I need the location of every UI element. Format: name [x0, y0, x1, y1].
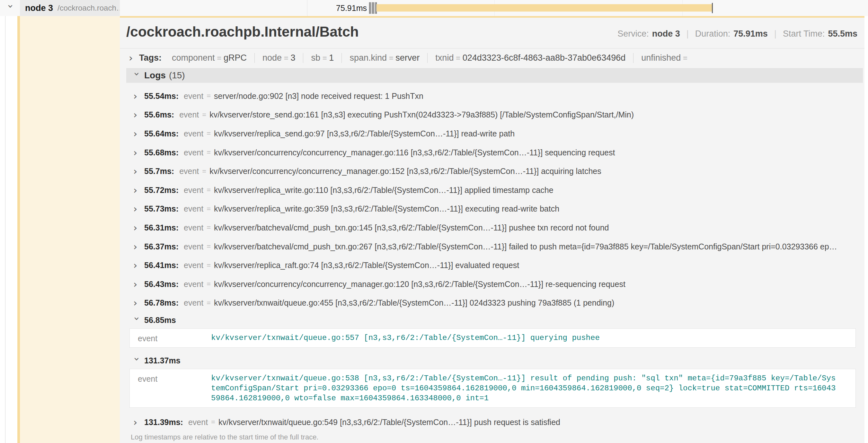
- span-name-cell[interactable]: node 3 /cockroach.roach…: [20, 0, 120, 16]
- chevron-right-icon[interactable]: ›: [133, 204, 141, 214]
- span-row[interactable]: › node 3 /cockroach.roach… 75.91ms: [0, 0, 868, 16]
- log-entry[interactable]: ›55.54ms:event=server/node.go:902 [n3] n…: [120, 87, 865, 106]
- log-timestamp: 131.37ms: [144, 356, 181, 365]
- chevron-right-icon[interactable]: ›: [133, 223, 141, 233]
- log-timestamp: 55.73ms:: [144, 204, 179, 213]
- log-field-key: event: [184, 223, 203, 232]
- log-entry[interactable]: ›55.72ms:event=kv/kvserver/replica_write…: [120, 181, 865, 200]
- log-entry[interactable]: ›55.73ms:event=kv/kvserver/replica_write…: [120, 200, 865, 218]
- log-timestamp: 55.72ms:: [144, 185, 179, 195]
- tag-txnid[interactable]: txnid = 024d3323-6c8f-4863-aa8b-37ab0e63…: [428, 53, 633, 63]
- tag-value: server: [396, 53, 420, 63]
- chevron-right-icon[interactable]: ›: [133, 129, 141, 139]
- log-entry[interactable]: ›55.6ms:event=kv/kvserver/store_send.go:…: [120, 106, 865, 125]
- log-entry[interactable]: ›56.41ms:event=kv/kvserver/replica_raft.…: [120, 256, 865, 275]
- log-field-equals: =: [207, 280, 211, 288]
- log-field-key: event: [179, 167, 199, 176]
- selected-span-highlight: [20, 16, 120, 443]
- stat-label: Duration:: [695, 29, 731, 38]
- tags-list: component = gRPCnode = 3sb = 1span.kind …: [164, 53, 695, 63]
- stat-separator: |: [686, 29, 689, 38]
- log-timestamp: 56.43ms:: [144, 280, 179, 289]
- stat-label: Start Time:: [783, 29, 825, 38]
- tag-equals: =: [215, 54, 224, 62]
- log-entry[interactable]: ›56.31ms:event=kv/kvserver/batcheval/cmd…: [120, 218, 865, 237]
- chevron-right-icon[interactable]: ›: [133, 166, 141, 176]
- log-entry[interactable]: ›55.7ms:event=kv/kvserver/concurrency/co…: [120, 162, 865, 181]
- stat-separator: |: [774, 29, 776, 38]
- stat-value: 55.5ms: [828, 29, 858, 38]
- tag-component[interactable]: component = gRPC: [164, 53, 255, 63]
- log-timestamp: 56.31ms:: [144, 223, 179, 232]
- tag-unfinished[interactable]: unfinished =: [633, 53, 695, 63]
- tag-value: 3: [290, 53, 295, 63]
- chevron-right-icon[interactable]: ›: [133, 185, 141, 195]
- chevron-right-icon[interactable]: ›: [133, 148, 141, 158]
- log-field-key: event: [184, 204, 203, 213]
- chevron-right-icon[interactable]: ›: [133, 110, 141, 120]
- span-color-bar: [17, 0, 20, 443]
- log-field-equals: =: [207, 242, 211, 251]
- chevron-down-icon[interactable]: ›: [6, 4, 16, 11]
- span-service-name: node 3: [25, 3, 53, 13]
- log-message: kv/kvserver/replica_raft.go:74 [n3,s3,r6…: [214, 261, 519, 270]
- tag-equals: =: [387, 54, 396, 62]
- tag-span.kind[interactable]: span.kind = server: [342, 53, 428, 63]
- chevron-down-icon[interactable]: ›: [132, 72, 142, 79]
- tag-key: txnid: [435, 53, 454, 63]
- chevron-right-icon[interactable]: ›: [133, 298, 141, 308]
- log-field-key: event: [184, 92, 203, 101]
- log-event-detail: eventkv/kvserver/txnwait/queue.go:557 [n…: [129, 329, 856, 348]
- logs-title: Logs: [144, 70, 166, 80]
- span-operation-name: /cockroach.roach…: [58, 3, 120, 12]
- log-field-equals: =: [207, 205, 211, 213]
- tags-row[interactable]: › Tags: component = gRPCnode = 3sb = 1sp…: [120, 48, 865, 67]
- log-field-key: event: [184, 185, 203, 195]
- log-field-equals: =: [207, 148, 211, 157]
- chevron-right-icon[interactable]: ›: [133, 279, 141, 289]
- chevron-right-icon[interactable]: ›: [133, 242, 141, 252]
- log-field-value: kv/kvserver/txnwait/queue.go:538 [n3,s3,…: [211, 373, 837, 403]
- log-entry-header-expanded[interactable]: ›131.37ms: [120, 353, 865, 368]
- log-entry[interactable]: ›55.64ms:event=kv/kvserver/replica_send.…: [120, 124, 865, 143]
- log-entry[interactable]: ›131.39ms:event=kv/kvserver/txnwait/queu…: [120, 413, 865, 432]
- log-entry[interactable]: ›56.78ms:event=kv/kvserver/txnwait/queue…: [120, 294, 865, 313]
- log-entry-header-expanded[interactable]: ›56.85ms: [120, 312, 865, 328]
- log-timestamp: 55.54ms:: [144, 92, 179, 101]
- tag-equals: =: [681, 54, 687, 62]
- log-field-equals: =: [202, 167, 206, 176]
- chevron-right-icon[interactable]: ›: [133, 260, 141, 270]
- log-field-equals: =: [207, 92, 211, 100]
- left-rail-divider: [5, 0, 5, 443]
- log-field-key: event: [188, 418, 208, 427]
- log-timestamp: 55.7ms:: [144, 167, 174, 176]
- tag-key: span.kind: [349, 53, 387, 63]
- log-field-key: event: [184, 242, 203, 251]
- chevron-right-icon[interactable]: ›: [133, 417, 141, 427]
- log-entry[interactable]: ›56.43ms:event=kv/kvserver/concurrency/c…: [120, 275, 865, 294]
- span-duration-label: 75.91ms: [307, 0, 367, 16]
- log-field-key: event: [184, 280, 203, 289]
- log-timestamp: 56.78ms:: [144, 298, 179, 308]
- logs-footer-note: Log timestamps are relative to the start…: [131, 433, 865, 441]
- chevron-down-icon[interactable]: ›: [132, 357, 142, 364]
- stat-value: node 3: [652, 29, 680, 38]
- tag-value: 1: [329, 53, 334, 63]
- log-entry[interactable]: ›55.68ms:event=kv/kvserver/concurrency/c…: [120, 143, 865, 162]
- logs-section-header[interactable]: › Logs (15): [126, 68, 863, 83]
- span-detail-panel: /cockroach.roachpb.Internal/Batch Servic…: [120, 16, 865, 443]
- stat-value: 75.91ms: [734, 29, 768, 38]
- chevron-down-icon[interactable]: ›: [132, 316, 142, 323]
- log-field-equals: =: [207, 261, 211, 270]
- span-duration-bar[interactable]: [376, 4, 712, 11]
- log-message: kv/kvserver/txnwait/queue.go:549 [n3,s3,…: [218, 418, 560, 427]
- log-timestamp: 55.6ms:: [144, 110, 174, 120]
- chevron-right-icon[interactable]: ›: [129, 53, 136, 63]
- tag-sb[interactable]: sb = 1: [303, 53, 342, 63]
- chevron-right-icon[interactable]: ›: [133, 91, 141, 101]
- span-title: /cockroach.roachpb.Internal/Batch: [126, 24, 359, 40]
- tag-node[interactable]: node = 3: [255, 53, 303, 63]
- log-entry[interactable]: ›56.37ms:event=kv/kvserver/batcheval/cmd…: [120, 237, 865, 256]
- tag-equals: =: [454, 54, 462, 62]
- log-message: kv/kvserver/replica_write.go:359 [n3,s3,…: [214, 204, 559, 213]
